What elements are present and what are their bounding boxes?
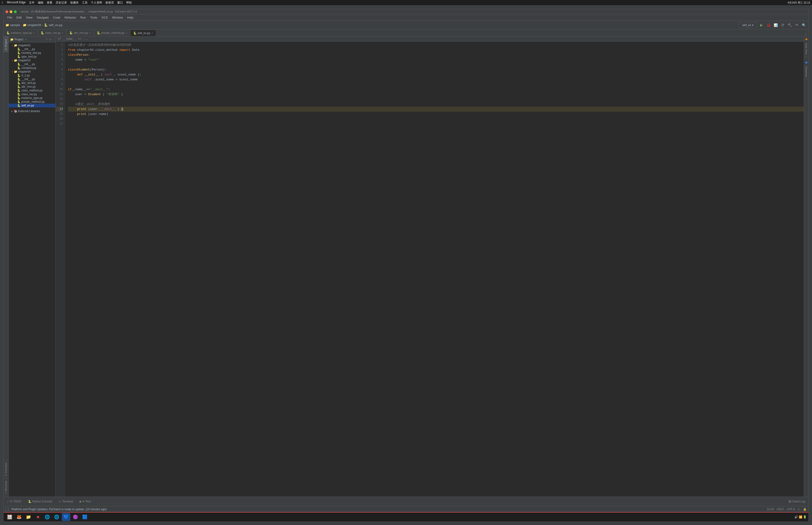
tree-item-external-libs[interactable]: ▶ 📚 External Libraries [9,109,56,113]
tab-instance-type[interactable]: 🐍 instance_type.py ✕ [3,30,38,36]
code-line-9 [68,82,406,87]
tree-item-chapter04[interactable]: ▾ 📁 chapter04 [9,70,56,74]
project-dropdown-arrow[interactable]: ▾ [25,38,27,41]
code-text-7: def __init__ ( self , scool_name ): [68,72,141,77]
code-text-4: name = "user" [68,57,99,62]
menu-tools[interactable]: Tools [88,15,99,20]
tree-item-attr-mro[interactable]: 🐍 attr_mro.py [9,85,56,89]
breadcrumb-chapter04[interactable]: chapter04 [28,23,41,27]
mac-menu-edge[interactable]: Microsoft Edge [7,1,26,5]
mac-menu-file[interactable]: 文件 [29,1,34,5]
tab-close-class-var[interactable]: ✕ [62,32,63,34]
mac-menu-view[interactable]: 查看 [47,1,52,5]
file-icon-class-var: 🐍 [17,93,21,96]
file-icon-instance-type: 🐍 [17,96,21,100]
sidebar-label-project[interactable]: 1: Project [3,36,9,52]
code-text-10-kw: if [68,87,72,92]
code-content[interactable]: #自省是通过一定的机制查询到对象的内部结构 from chapter04.cla… [65,42,406,262]
tree-item-type-test[interactable]: 🐍 type_test.py [9,55,56,59]
tab-close-instance-type[interactable]: ✕ [33,32,35,34]
menu-run[interactable]: Run [78,15,88,20]
tree-item-name-attr-mro: attr_mro.py [21,85,36,88]
tree-item-company[interactable]: 🐍 company.py [9,66,56,70]
folder-arrow-chapter02: ▾ [11,59,14,62]
tab-attr-mro[interactable]: 🐍 attr_mro.py ✕ [66,30,94,36]
tree-item-name-self-ex: self_ex.py [21,104,34,107]
mac-menu-items[interactable]: Microsoft Edge 文件 编辑 查看 历史记录 收藏夹 工具 个人资料… [7,1,132,5]
window-maximize[interactable] [14,10,17,13]
menu-edit[interactable]: Edit [15,15,24,20]
tab-label: instance_type.py [11,31,32,34]
tab-close-self-ex[interactable]: ✕ [151,32,153,34]
breadcrumb-sep2: › [42,23,43,27]
apple-icon[interactable]:  [2,1,3,4]
mac-menu-tools[interactable]: 工具 [82,1,88,5]
tree-item-name-instance-type: instance_type.py [21,96,43,100]
tree-item-self-ex[interactable]: 🐍 self_ex.py [9,104,56,107]
file-tree-content: ▾ 📁 chapter01 🐍 __init__.py 🐍 monkey_tes… [9,43,56,262]
mac-menu-profile[interactable]: 个人资料 [91,1,102,5]
breadcrumb-selfex[interactable]: self_ex.py [49,23,62,27]
mac-menu-tabs[interactable]: 标签页 [106,1,114,5]
code-editor: if __name__ == ... 1 2 3 4 5 6 7 8 9 10 … [56,36,406,262]
if-banner-text: if __name__ == ... [58,38,88,41]
tree-collapse-btn[interactable]: − [52,38,54,41]
tree-item-monkey[interactable]: 🐍 monkey_test.py [9,51,56,55]
mac-menu-window[interactable]: 窗口 [117,1,123,5]
tab-class-var[interactable]: 🐍 class_var.py ✕ [38,30,66,36]
tree-item-name-private-method: private_method.py [21,100,45,103]
tree-item-name-abc-test: abc_test.py [21,81,36,85]
tab-label: attr_mro.py [74,31,88,34]
tab-close-attr-mro[interactable]: ✕ [89,32,91,34]
tree-item-class-var[interactable]: 🐍 class_var.py [9,92,56,96]
mac-menu-help[interactable]: 帮助 [126,1,132,5]
breadcrumb: 📁 sample › 📁 chapter04 › 🐍 self_ex.py [5,23,406,27]
code-text-13: #通过__dict__查询属性 [68,102,110,107]
tree-item-chapter02[interactable]: ▾ 📁 chapter02 [9,59,56,62]
if-banner: if __name__ == ... [56,36,406,42]
menu-navigate[interactable]: Navigate [35,15,50,20]
breadcrumb-sample[interactable]: sample [10,23,20,27]
line-numbers: 1 2 3 4 5 6 7 8 9 10 11 12 13 14 15 16 1 [56,42,65,262]
tab-self-ex[interactable]: 🐍 self_ex.py ✕ [131,30,156,36]
folder-arrow-chapter04: ▾ [11,71,14,73]
tree-settings-btn[interactable]: ⚙ [49,38,51,41]
tree-item-4-1[interactable]: 🐍 4_1.py [9,74,56,77]
breadcrumb-folder-icon2: 📁 [23,23,27,27]
tree-item-name-init-c04: __init__.py [21,77,35,81]
tree-item-instance-type[interactable]: 🐍 instance_type.py [9,96,56,100]
code-line-4: name = "user" [68,57,406,62]
side-panel-labels: 1: Project 2: Favorites 7: Structure [3,36,9,262]
window-minimize[interactable] [10,10,13,13]
menu-window[interactable]: Window [110,15,125,20]
menu-view[interactable]: View [24,15,34,20]
menu-code[interactable]: Code [51,15,62,20]
window-title: sample - [G:\慕课训练\AdvancePython\projects… [20,10,137,13]
code-text-11: user = Student ( "慕课网" ) [68,92,123,97]
mac-menu-bookmarks[interactable]: 收藏夹 [70,1,79,5]
menu-file[interactable]: File [5,15,14,20]
tree-item-abc-test[interactable]: 🐍 abc_test.py [9,81,56,85]
mac-menu-history[interactable]: 历史记录 [56,1,67,5]
menu-vcs[interactable]: VCS [99,15,110,20]
tree-item-name-chapter02: chapter02 [18,59,31,62]
tree-item-init-c01[interactable]: 🐍 __init__.py [9,47,56,51]
file-icon-company: 🐍 [17,66,21,70]
window-close[interactable] [5,10,8,13]
mac-menu-edit[interactable]: 编辑 [38,1,44,5]
tab-icon: 🐍 [133,31,137,35]
editor-area[interactable]: 1 2 3 4 5 6 7 8 9 10 11 12 13 14 15 16 1 [56,42,406,262]
tree-item-init-c04[interactable]: 🐍 __init__.py [9,77,56,81]
tree-item-class-method[interactable]: 🐍 class_method.py [9,89,56,92]
tree-item-init-c02[interactable]: 🐍 __init__.py [9,62,56,66]
code-empty-16 [68,117,70,121]
menu-refactor[interactable]: Refactor [63,15,78,20]
tree-item-name-chapter01: chapter01 [18,44,31,47]
tab-close-private-method[interactable]: ✕ [125,32,127,34]
menu-help[interactable]: Help [125,15,135,20]
tree-sync-btn[interactable]: ⟳ [46,38,48,41]
tree-item-chapter01[interactable]: ▾ 📁 chapter01 [9,44,56,47]
code-text-3-colon: : [88,52,90,57]
tab-private-method[interactable]: 🐍 private_method.py ✕ [94,30,131,36]
tree-item-private-method[interactable]: 🐍 private_method.py [9,100,56,104]
